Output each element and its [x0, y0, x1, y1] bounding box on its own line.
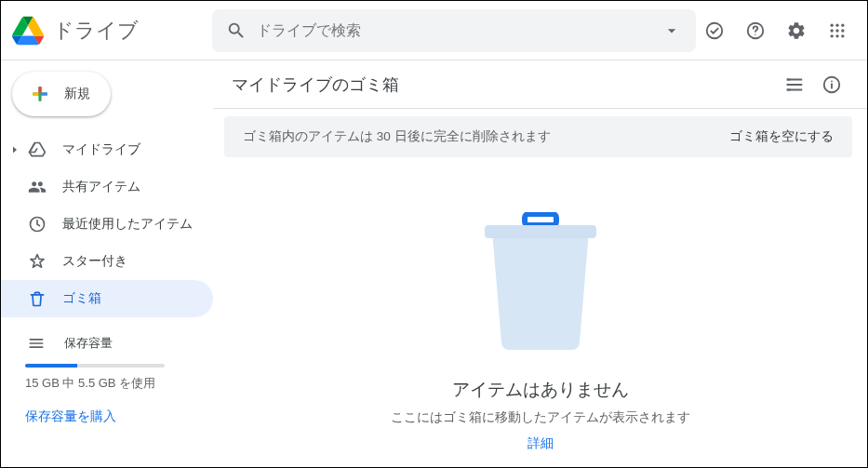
storage-label: 保存容量 — [64, 335, 113, 352]
sidebar-item-label: ゴミ箱 — [62, 290, 101, 307]
storage-block: 保存容量 15 GB 中 5.5 GB を使用 保存容量を購入 — [1, 317, 213, 425]
drive-logo-icon — [12, 15, 44, 47]
empty-state: アイテムはありません ここにはゴミ箱に移動したアイテムが表示されます 詳細 — [213, 157, 867, 467]
svg-point-11 — [841, 34, 844, 37]
storage-row[interactable]: 保存容量 — [25, 327, 213, 360]
empty-subtitle: ここにはゴミ箱に移動したアイテムが表示されます — [391, 409, 690, 426]
search-icon[interactable] — [218, 12, 255, 49]
new-button[interactable]: 新規 — [12, 72, 111, 116]
buy-storage-link[interactable]: 保存容量を購入 — [25, 408, 213, 425]
svg-rect-19 — [525, 214, 556, 225]
search-bar[interactable] — [212, 9, 696, 52]
storage-usage-text: 15 GB 中 5.5 GB を使用 — [25, 375, 213, 392]
expand-icon[interactable] — [7, 144, 23, 155]
clock-icon — [23, 215, 51, 234]
ready-offline-icon[interactable] — [696, 12, 733, 49]
titlebar: マイドライブのゴミ箱 — [213, 60, 867, 109]
sidebar-item-starred[interactable]: スター付き — [1, 243, 213, 280]
sidebar-item-recent[interactable]: 最近使用したアイテム — [1, 206, 213, 243]
sidebar-item-label: マイドライブ — [62, 141, 140, 158]
svg-rect-20 — [485, 225, 596, 238]
new-button-label: 新規 — [64, 86, 90, 102]
page-title: マイドライブのゴミ箱 — [232, 74, 776, 96]
empty-trash-button[interactable]: ゴミ箱を空にする — [729, 128, 834, 145]
sidebar-item-shared[interactable]: 共有アイテム — [1, 168, 213, 206]
svg-point-18 — [831, 80, 833, 82]
list-view-icon[interactable] — [776, 66, 813, 103]
svg-point-8 — [841, 29, 844, 32]
logo[interactable]: ドライブ — [12, 15, 212, 47]
mydrive-icon — [23, 140, 51, 159]
star-icon — [23, 252, 51, 271]
cloud-icon — [25, 334, 47, 353]
details-link[interactable]: 詳細 — [527, 435, 554, 452]
header-actions — [696, 12, 856, 49]
nav: マイドライブ 共有アイテム 最近使用したアイテム スター付き — [1, 131, 213, 317]
sidebar-item-trash[interactable]: ゴミ箱 — [1, 280, 213, 317]
svg-rect-14 — [30, 342, 44, 344]
sidebar: 新規 マイドライブ 共有アイテム 最近使用したアイテム — [1, 60, 213, 467]
app-name: ドライブ — [53, 17, 139, 45]
svg-point-5 — [841, 23, 844, 26]
banner-text: ゴミ箱内のアイテムは 30 日後に完全に削除されます — [243, 128, 551, 145]
sidebar-item-label: 最近使用したアイテム — [62, 216, 193, 233]
svg-point-3 — [831, 23, 834, 26]
svg-point-6 — [831, 29, 834, 32]
trash-banner: ゴミ箱内のアイテムは 30 日後に完全に削除されます ゴミ箱を空にする — [224, 116, 852, 157]
help-icon[interactable] — [737, 12, 774, 49]
storage-bar — [25, 364, 165, 368]
search-input[interactable] — [255, 21, 653, 40]
header: ドライブ — [1, 1, 867, 60]
svg-point-0 — [707, 22, 723, 38]
storage-bar-fill — [25, 364, 77, 368]
people-icon — [23, 178, 51, 196]
svg-point-10 — [835, 34, 838, 37]
sidebar-item-label: スター付き — [62, 253, 127, 270]
svg-point-2 — [754, 33, 755, 34]
svg-point-4 — [835, 23, 838, 26]
empty-title: アイテムはありません — [452, 378, 629, 402]
apps-icon[interactable] — [819, 12, 856, 49]
main: マイドライブのゴミ箱 ゴミ箱内のアイテムは 30 日後に完全に削除されます ゴミ… — [213, 60, 867, 467]
svg-point-7 — [835, 29, 838, 32]
search-dropdown-icon[interactable] — [653, 12, 690, 49]
trash-illustration — [475, 212, 606, 355]
trash-icon — [23, 289, 51, 308]
svg-rect-15 — [30, 346, 44, 348]
svg-point-9 — [831, 34, 834, 37]
svg-rect-13 — [30, 339, 44, 341]
info-icon[interactable] — [813, 66, 850, 103]
settings-icon[interactable] — [778, 12, 815, 49]
plus-icon — [27, 81, 53, 107]
sidebar-item-mydrive[interactable]: マイドライブ — [1, 131, 213, 168]
sidebar-item-label: 共有アイテム — [62, 179, 140, 195]
